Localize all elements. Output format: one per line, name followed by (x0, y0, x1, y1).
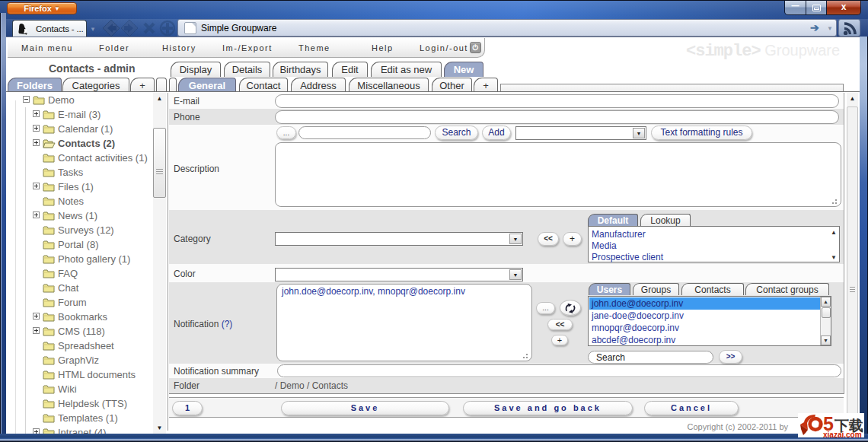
svg-text:xiazai.com: xiazai.com (823, 431, 862, 438)
